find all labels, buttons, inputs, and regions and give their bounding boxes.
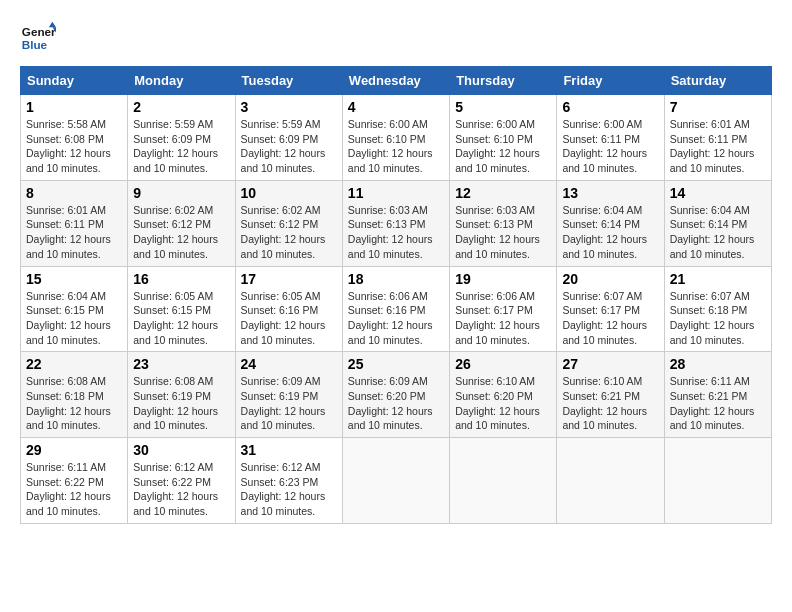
day-detail: Sunrise: 6:06 AM Sunset: 6:16 PM Dayligh…	[348, 289, 444, 348]
day-number: 26	[455, 356, 551, 372]
header-tuesday: Tuesday	[235, 67, 342, 95]
day-detail: Sunrise: 6:04 AM Sunset: 6:15 PM Dayligh…	[26, 289, 122, 348]
day-cell: 6 Sunrise: 6:00 AM Sunset: 6:11 PM Dayli…	[557, 95, 664, 181]
day-cell: 7 Sunrise: 6:01 AM Sunset: 6:11 PM Dayli…	[664, 95, 771, 181]
day-number: 23	[133, 356, 229, 372]
day-detail: Sunrise: 6:00 AM Sunset: 6:10 PM Dayligh…	[455, 117, 551, 176]
day-cell: 8 Sunrise: 6:01 AM Sunset: 6:11 PM Dayli…	[21, 180, 128, 266]
day-cell: 13 Sunrise: 6:04 AM Sunset: 6:14 PM Dayl…	[557, 180, 664, 266]
header-thursday: Thursday	[450, 67, 557, 95]
day-detail: Sunrise: 6:04 AM Sunset: 6:14 PM Dayligh…	[670, 203, 766, 262]
day-number: 1	[26, 99, 122, 115]
day-cell	[664, 438, 771, 524]
week-row-1: 1 Sunrise: 5:58 AM Sunset: 6:08 PM Dayli…	[21, 95, 772, 181]
day-number: 22	[26, 356, 122, 372]
day-detail: Sunrise: 6:08 AM Sunset: 6:19 PM Dayligh…	[133, 374, 229, 433]
day-cell: 12 Sunrise: 6:03 AM Sunset: 6:13 PM Dayl…	[450, 180, 557, 266]
day-number: 4	[348, 99, 444, 115]
day-number: 9	[133, 185, 229, 201]
day-detail: Sunrise: 6:10 AM Sunset: 6:21 PM Dayligh…	[562, 374, 658, 433]
day-cell: 15 Sunrise: 6:04 AM Sunset: 6:15 PM Dayl…	[21, 266, 128, 352]
day-number: 18	[348, 271, 444, 287]
day-detail: Sunrise: 6:03 AM Sunset: 6:13 PM Dayligh…	[348, 203, 444, 262]
day-detail: Sunrise: 6:07 AM Sunset: 6:18 PM Dayligh…	[670, 289, 766, 348]
day-detail: Sunrise: 6:09 AM Sunset: 6:20 PM Dayligh…	[348, 374, 444, 433]
day-detail: Sunrise: 6:00 AM Sunset: 6:11 PM Dayligh…	[562, 117, 658, 176]
day-cell: 9 Sunrise: 6:02 AM Sunset: 6:12 PM Dayli…	[128, 180, 235, 266]
day-number: 5	[455, 99, 551, 115]
day-number: 29	[26, 442, 122, 458]
week-row-5: 29 Sunrise: 6:11 AM Sunset: 6:22 PM Dayl…	[21, 438, 772, 524]
calendar-header: SundayMondayTuesdayWednesdayThursdayFrid…	[21, 67, 772, 95]
day-cell: 19 Sunrise: 6:06 AM Sunset: 6:17 PM Dayl…	[450, 266, 557, 352]
day-number: 30	[133, 442, 229, 458]
calendar-table: SundayMondayTuesdayWednesdayThursdayFrid…	[20, 66, 772, 524]
day-number: 31	[241, 442, 337, 458]
day-cell: 30 Sunrise: 6:12 AM Sunset: 6:22 PM Dayl…	[128, 438, 235, 524]
day-detail: Sunrise: 5:59 AM Sunset: 6:09 PM Dayligh…	[133, 117, 229, 176]
day-cell: 10 Sunrise: 6:02 AM Sunset: 6:12 PM Dayl…	[235, 180, 342, 266]
day-number: 17	[241, 271, 337, 287]
day-detail: Sunrise: 6:09 AM Sunset: 6:19 PM Dayligh…	[241, 374, 337, 433]
day-cell: 4 Sunrise: 6:00 AM Sunset: 6:10 PM Dayli…	[342, 95, 449, 181]
day-number: 11	[348, 185, 444, 201]
day-cell: 28 Sunrise: 6:11 AM Sunset: 6:21 PM Dayl…	[664, 352, 771, 438]
day-number: 12	[455, 185, 551, 201]
day-cell	[342, 438, 449, 524]
header-saturday: Saturday	[664, 67, 771, 95]
day-number: 2	[133, 99, 229, 115]
day-number: 25	[348, 356, 444, 372]
day-cell: 3 Sunrise: 5:59 AM Sunset: 6:09 PM Dayli…	[235, 95, 342, 181]
day-cell	[557, 438, 664, 524]
day-detail: Sunrise: 5:58 AM Sunset: 6:08 PM Dayligh…	[26, 117, 122, 176]
day-cell: 25 Sunrise: 6:09 AM Sunset: 6:20 PM Dayl…	[342, 352, 449, 438]
day-detail: Sunrise: 6:01 AM Sunset: 6:11 PM Dayligh…	[26, 203, 122, 262]
day-cell: 20 Sunrise: 6:07 AM Sunset: 6:17 PM Dayl…	[557, 266, 664, 352]
day-cell: 22 Sunrise: 6:08 AM Sunset: 6:18 PM Dayl…	[21, 352, 128, 438]
day-detail: Sunrise: 6:01 AM Sunset: 6:11 PM Dayligh…	[670, 117, 766, 176]
day-detail: Sunrise: 6:02 AM Sunset: 6:12 PM Dayligh…	[133, 203, 229, 262]
day-number: 8	[26, 185, 122, 201]
day-detail: Sunrise: 6:03 AM Sunset: 6:13 PM Dayligh…	[455, 203, 551, 262]
day-detail: Sunrise: 5:59 AM Sunset: 6:09 PM Dayligh…	[241, 117, 337, 176]
day-detail: Sunrise: 6:00 AM Sunset: 6:10 PM Dayligh…	[348, 117, 444, 176]
logo: General Blue	[20, 20, 60, 56]
day-cell: 1 Sunrise: 5:58 AM Sunset: 6:08 PM Dayli…	[21, 95, 128, 181]
day-cell: 18 Sunrise: 6:06 AM Sunset: 6:16 PM Dayl…	[342, 266, 449, 352]
week-row-2: 8 Sunrise: 6:01 AM Sunset: 6:11 PM Dayli…	[21, 180, 772, 266]
week-row-4: 22 Sunrise: 6:08 AM Sunset: 6:18 PM Dayl…	[21, 352, 772, 438]
day-cell: 16 Sunrise: 6:05 AM Sunset: 6:15 PM Dayl…	[128, 266, 235, 352]
day-detail: Sunrise: 6:05 AM Sunset: 6:16 PM Dayligh…	[241, 289, 337, 348]
day-cell: 17 Sunrise: 6:05 AM Sunset: 6:16 PM Dayl…	[235, 266, 342, 352]
day-cell: 26 Sunrise: 6:10 AM Sunset: 6:20 PM Dayl…	[450, 352, 557, 438]
day-number: 3	[241, 99, 337, 115]
day-number: 15	[26, 271, 122, 287]
day-cell: 24 Sunrise: 6:09 AM Sunset: 6:19 PM Dayl…	[235, 352, 342, 438]
day-number: 14	[670, 185, 766, 201]
day-number: 10	[241, 185, 337, 201]
day-number: 20	[562, 271, 658, 287]
day-cell: 29 Sunrise: 6:11 AM Sunset: 6:22 PM Dayl…	[21, 438, 128, 524]
day-detail: Sunrise: 6:04 AM Sunset: 6:14 PM Dayligh…	[562, 203, 658, 262]
day-detail: Sunrise: 6:07 AM Sunset: 6:17 PM Dayligh…	[562, 289, 658, 348]
day-detail: Sunrise: 6:11 AM Sunset: 6:21 PM Dayligh…	[670, 374, 766, 433]
day-number: 24	[241, 356, 337, 372]
page-header: General Blue	[20, 20, 772, 56]
day-cell: 11 Sunrise: 6:03 AM Sunset: 6:13 PM Dayl…	[342, 180, 449, 266]
day-cell	[450, 438, 557, 524]
day-cell: 23 Sunrise: 6:08 AM Sunset: 6:19 PM Dayl…	[128, 352, 235, 438]
header-monday: Monday	[128, 67, 235, 95]
day-cell: 5 Sunrise: 6:00 AM Sunset: 6:10 PM Dayli…	[450, 95, 557, 181]
header-sunday: Sunday	[21, 67, 128, 95]
day-cell: 14 Sunrise: 6:04 AM Sunset: 6:14 PM Dayl…	[664, 180, 771, 266]
day-number: 28	[670, 356, 766, 372]
day-detail: Sunrise: 6:12 AM Sunset: 6:22 PM Dayligh…	[133, 460, 229, 519]
day-number: 16	[133, 271, 229, 287]
header-friday: Friday	[557, 67, 664, 95]
day-detail: Sunrise: 6:08 AM Sunset: 6:18 PM Dayligh…	[26, 374, 122, 433]
day-detail: Sunrise: 6:06 AM Sunset: 6:17 PM Dayligh…	[455, 289, 551, 348]
day-cell: 27 Sunrise: 6:10 AM Sunset: 6:21 PM Dayl…	[557, 352, 664, 438]
day-cell: 31 Sunrise: 6:12 AM Sunset: 6:23 PM Dayl…	[235, 438, 342, 524]
day-detail: Sunrise: 6:11 AM Sunset: 6:22 PM Dayligh…	[26, 460, 122, 519]
day-cell: 2 Sunrise: 5:59 AM Sunset: 6:09 PM Dayli…	[128, 95, 235, 181]
